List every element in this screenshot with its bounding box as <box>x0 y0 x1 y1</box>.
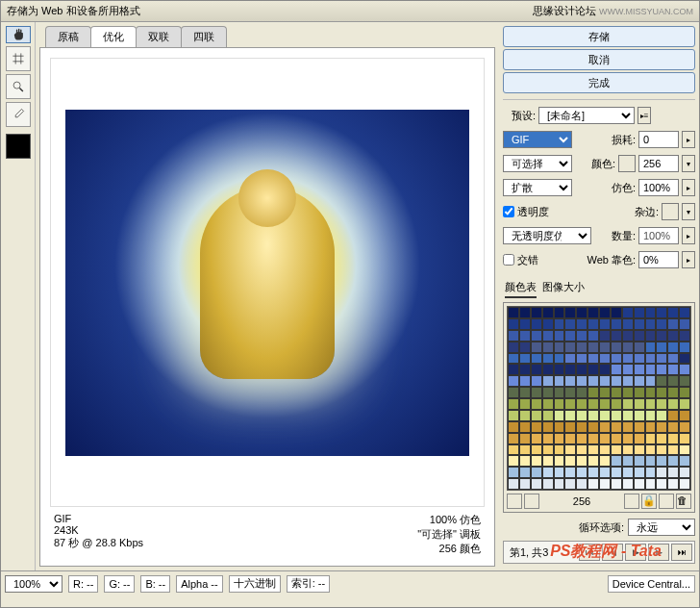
palette-cell[interactable] <box>599 364 611 375</box>
palette-cell[interactable] <box>588 467 599 478</box>
palette-cell[interactable] <box>611 467 622 478</box>
palette-cell[interactable] <box>508 318 519 330</box>
palette-cell[interactable] <box>645 364 657 375</box>
palette-cell[interactable] <box>656 330 667 342</box>
palette-cell[interactable] <box>645 455 657 467</box>
palette-cell[interactable] <box>656 455 667 467</box>
palette-cell[interactable] <box>519 307 531 318</box>
palette-cell[interactable] <box>576 375 588 387</box>
zoom-tool[interactable] <box>6 74 31 99</box>
palette-cell[interactable] <box>564 478 576 490</box>
matte-arrow-icon[interactable]: ▾ <box>682 203 695 220</box>
last-frame-button[interactable]: ⏭ <box>671 544 692 561</box>
palette-cell[interactable] <box>667 444 679 456</box>
palette-cell[interactable] <box>519 467 531 478</box>
palette-cell[interactable] <box>564 444 576 456</box>
palette-cell[interactable] <box>622 342 634 353</box>
palette-cell[interactable] <box>634 318 645 330</box>
palette-cell[interactable] <box>645 444 657 456</box>
palette-cell[interactable] <box>588 387 599 398</box>
palette-cell[interactable] <box>554 478 565 490</box>
palette-cell[interactable] <box>531 342 542 353</box>
palette-cell[interactable] <box>599 375 611 387</box>
palette-cell[interactable] <box>588 330 599 342</box>
palette-cell[interactable] <box>667 353 679 365</box>
dither-select[interactable]: 扩散 <box>503 179 572 196</box>
palette-cell[interactable] <box>508 467 519 478</box>
palette-cell[interactable] <box>576 410 588 421</box>
palette-cell[interactable] <box>519 410 531 421</box>
zoom-select[interactable]: 100% <box>5 575 62 593</box>
palette-cell[interactable] <box>531 330 542 342</box>
palette-cell[interactable] <box>576 353 588 365</box>
palette-cell[interactable] <box>656 387 667 398</box>
palette-cell[interactable] <box>656 342 667 353</box>
done-button[interactable]: 完成 <box>503 72 695 93</box>
palette-cell[interactable] <box>611 433 622 444</box>
palette-cell[interactable] <box>576 318 588 330</box>
pal-map-icon[interactable] <box>624 494 639 509</box>
palette-cell[interactable] <box>531 318 542 330</box>
palette-cell[interactable] <box>519 330 531 342</box>
palette-cell[interactable] <box>667 455 679 467</box>
palette-cell[interactable] <box>634 364 645 375</box>
palette-cell[interactable] <box>588 410 599 421</box>
tab-4up[interactable]: 四联 <box>181 26 227 47</box>
tab-colortable[interactable]: 颜色表 <box>505 280 537 298</box>
palette-cell[interactable] <box>588 364 599 375</box>
palette-cell[interactable] <box>667 410 679 421</box>
palette-cell[interactable] <box>554 318 565 330</box>
palette-cell[interactable] <box>554 353 565 365</box>
palette-cell[interactable] <box>645 478 657 490</box>
hand-tool[interactable] <box>6 26 31 43</box>
palette-cell[interactable] <box>508 410 519 421</box>
palette-cell[interactable] <box>554 387 565 398</box>
palette-cell[interactable] <box>679 318 690 330</box>
palette-cell[interactable] <box>531 307 542 318</box>
palette-cell[interactable] <box>554 307 565 318</box>
palette-cell[interactable] <box>634 444 645 456</box>
palette-cell[interactable] <box>564 318 576 330</box>
palette-cell[interactable] <box>531 387 542 398</box>
palette-cell[interactable] <box>622 421 634 433</box>
palette-cell[interactable] <box>599 455 611 467</box>
palette-cell[interactable] <box>588 375 599 387</box>
palette-cell[interactable] <box>588 398 599 410</box>
palette-cell[interactable] <box>564 353 576 365</box>
palette-cell[interactable] <box>576 307 588 318</box>
palette-cell[interactable] <box>519 364 531 375</box>
palette-cell[interactable] <box>667 433 679 444</box>
palette-cell[interactable] <box>599 444 611 456</box>
colors-arrow-icon[interactable]: ▾ <box>682 155 695 172</box>
palette-cell[interactable] <box>645 307 657 318</box>
reduction-select[interactable]: 可选择 <box>503 155 572 172</box>
palette-cell[interactable] <box>531 433 542 444</box>
palette-cell[interactable] <box>554 467 565 478</box>
palette-cell[interactable] <box>588 421 599 433</box>
tab-optimized[interactable]: 优化 <box>90 26 137 47</box>
palette-cell[interactable] <box>519 398 531 410</box>
palette-cell[interactable] <box>531 375 542 387</box>
palette-cell[interactable] <box>576 330 588 342</box>
palette-cell[interactable] <box>519 318 531 330</box>
palette-cell[interactable] <box>656 444 667 456</box>
palette-cell[interactable] <box>622 375 634 387</box>
palette-cell[interactable] <box>576 478 588 490</box>
palette-cell[interactable] <box>599 467 611 478</box>
palette-cell[interactable] <box>656 433 667 444</box>
palette-cell[interactable] <box>656 478 667 490</box>
amount-slider-icon[interactable]: ▸ <box>682 227 695 244</box>
palette-cell[interactable] <box>531 467 542 478</box>
palette-cell[interactable] <box>564 433 576 444</box>
cancel-button[interactable]: 取消 <box>503 49 695 70</box>
palette-cell[interactable] <box>519 342 531 353</box>
palette-cell[interactable] <box>508 478 519 490</box>
palette-cell[interactable] <box>679 387 690 398</box>
palette-cell[interactable] <box>634 433 645 444</box>
palette-cell[interactable] <box>679 478 690 490</box>
palette-cell[interactable] <box>622 318 634 330</box>
palette-cell[interactable] <box>554 330 565 342</box>
palette-cell[interactable] <box>667 467 679 478</box>
palette-cell[interactable] <box>508 330 519 342</box>
palette-cell[interactable] <box>656 375 667 387</box>
